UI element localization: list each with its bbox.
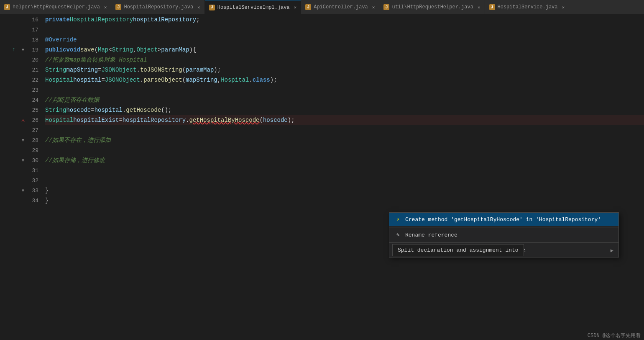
- fold-icon-33[interactable]: ▼: [19, 187, 27, 194]
- code-line-19: public void save(Map<String, Object> par…: [45, 45, 644, 55]
- line-row-32: 32: [0, 175, 42, 185]
- line-row-19: ↑▼19: [0, 45, 42, 55]
- nav-up-icon-19[interactable]: ↑: [10, 46, 18, 54]
- line-row-31: 31: [0, 165, 42, 175]
- tab-label-tab2: HospitalRepository.java: [124, 4, 193, 10]
- tab-close-tab5[interactable]: ✕: [478, 5, 480, 10]
- tab-label-tab1: helper\HttpRequestHelper.java: [13, 4, 100, 10]
- menu-icon-create-method: ⚡: [394, 216, 402, 223]
- tab-icon-tab2: J: [115, 4, 121, 10]
- fold-icon-30[interactable]: ▼: [19, 157, 27, 164]
- tab-close-tab1[interactable]: ✕: [104, 5, 107, 10]
- line-row-28: ▼28: [0, 135, 42, 145]
- tab-bar: J helper\HttpRequestHelper.java ✕ J Hosp…: [0, 0, 644, 15]
- code-line-30: //如果存储，进行修改: [45, 155, 644, 165]
- tab-close-tab2[interactable]: ✕: [197, 5, 200, 10]
- line-row-18: 18: [0, 35, 42, 45]
- code-line-26: Hospital hospitalExist = hospitalReposit…: [45, 115, 644, 125]
- line-num-33: 33: [28, 188, 38, 194]
- menu-label-create-method: Create method 'getHospitalByHoscode' in …: [405, 216, 613, 223]
- line-num-29: 29: [28, 147, 38, 154]
- tab-tab5[interactable]: J util\HttpRequestHelper.java ✕: [379, 0, 485, 14]
- line-num-22: 22: [28, 77, 38, 83]
- code-line-29: [45, 145, 644, 155]
- code-area: private HospitalRepository hospitalRepos…: [42, 15, 644, 340]
- line-row-27: 27: [0, 125, 42, 135]
- menu-item-create-method[interactable]: ⚡ Create method 'getHospitalByHoscode' i…: [389, 213, 618, 226]
- fold-icon-28[interactable]: ▼: [19, 137, 27, 144]
- status-bar: CSDN @这个名字先用着: [584, 331, 644, 340]
- tab-label-tab6: HospitalService.java: [498, 4, 558, 10]
- tab-label-tab4: ApiController.java: [314, 4, 368, 10]
- tab-icon-tab5: J: [383, 4, 389, 10]
- menu-icon-rename-reference: ✎: [394, 231, 402, 239]
- line-num-26: 26: [28, 117, 38, 124]
- code-line-31: [45, 165, 644, 175]
- line-row-top: 16: [0, 15, 42, 25]
- tab-icon-tab4: J: [305, 4, 311, 10]
- editor: 161718↑▼19202122232425⚠2627▼2829▼303132▼…: [0, 15, 644, 340]
- code-line-20: //把参数map集合转换对象 Hospital: [45, 55, 644, 65]
- code-line-23: [45, 85, 644, 95]
- tab-tab2[interactable]: J HospitalRepository.java ✕: [111, 0, 204, 14]
- tab-label-tab3: HospitalServiceImpl.java: [217, 5, 290, 10]
- submenu-tooltip: Split declaration and assignment into: [392, 244, 524, 256]
- line-row-17: 17: [0, 25, 42, 35]
- menu-label-rename-reference: Rename reference: [405, 232, 613, 238]
- line-row-20: 20: [0, 55, 42, 65]
- tab-close-tab3[interactable]: ✕: [294, 5, 297, 10]
- code-line-32: [45, 175, 644, 185]
- line-num-25: 25: [28, 107, 38, 113]
- line-row-34: 34: [0, 196, 42, 206]
- line-gutter: 161718↑▼19202122232425⚠2627▼2829▼303132▼…: [0, 15, 42, 340]
- line-row-29: 29: [0, 145, 42, 155]
- tab-icon-tab6: J: [489, 4, 495, 10]
- line-num-24: 24: [28, 97, 38, 103]
- line-num-32: 32: [28, 178, 38, 184]
- tab-icon-tab1: J: [4, 4, 10, 10]
- code-line-28: //如果不存在，进行添加: [45, 135, 644, 145]
- tab-tab4[interactable]: J ApiController.java ✕: [301, 0, 379, 14]
- line-num-18: 18: [28, 37, 38, 43]
- line-row-30: ▼30: [0, 155, 42, 165]
- line-num-20: 20: [28, 57, 38, 63]
- line-num-27: 27: [28, 127, 38, 134]
- tab-tab6[interactable]: J HospitalService.java ✕: [485, 0, 570, 14]
- line-num-30: 30: [28, 157, 38, 164]
- line-row-26: ⚠26: [0, 115, 42, 125]
- code-line-17: [45, 25, 644, 35]
- code-line-18: @Override: [45, 35, 644, 45]
- line-num-28: 28: [28, 137, 38, 144]
- line-row-23: 23: [0, 85, 42, 95]
- line-row-25: 25: [0, 105, 42, 115]
- code-line-21: String mapString = JSONObject.toJSONStri…: [45, 65, 644, 75]
- line-num-19: 19: [28, 47, 38, 53]
- code-line-25: String hoscode = hospital.getHoscode();: [45, 105, 644, 115]
- tab-icon-tab3: J: [209, 5, 215, 10]
- tab-tab1[interactable]: J helper\HttpRequestHelper.java ✕: [0, 0, 111, 14]
- tab-label-tab5: util\HttpRequestHelper.java: [392, 4, 473, 10]
- submenu-arrow-icon: ▶: [611, 247, 613, 254]
- code-line-34: }: [45, 196, 644, 206]
- submenu-text: Split declaration and assignment into: [398, 247, 519, 253]
- status-text: CSDN @这个名字先用着: [588, 333, 641, 339]
- code-line-33: }: [45, 185, 644, 196]
- line-num-23: 23: [28, 87, 38, 93]
- line-row-24: 24: [0, 95, 42, 105]
- line-num-34: 34: [28, 198, 38, 204]
- tab-close-tab6[interactable]: ✕: [562, 5, 565, 10]
- code-line-27: [45, 125, 644, 135]
- line-num-31: 31: [28, 167, 38, 174]
- line-row-33: ▼33: [0, 185, 42, 196]
- error-icon-26: ⚠: [19, 116, 27, 124]
- menu-item-rename-reference[interactable]: ✎ Rename reference: [389, 228, 618, 242]
- menu-divider-2: [389, 242, 618, 243]
- code-line-24: //判断是否存在数据: [45, 95, 644, 105]
- tab-close-tab4[interactable]: ✕: [372, 5, 375, 10]
- line-num-21: 21: [28, 67, 38, 73]
- line-row-21: 21: [0, 65, 42, 75]
- line-num-top: 16: [28, 17, 38, 23]
- tab-tab3[interactable]: J HospitalServiceImpl.java ✕: [205, 0, 301, 14]
- line-row-22: 22: [0, 75, 42, 85]
- fold-icon-19[interactable]: ▼: [19, 46, 27, 54]
